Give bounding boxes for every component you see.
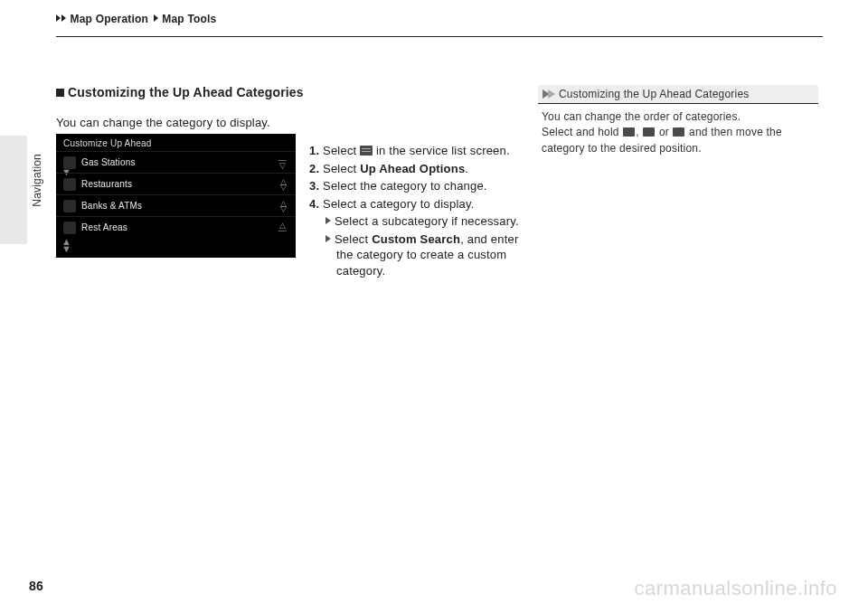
substep-keyword: Custom Search — [372, 232, 460, 246]
tip-text: or — [656, 126, 672, 138]
screenshot-title: Customize Up Ahead — [56, 134, 296, 151]
intro-text: You can change the category to display. — [56, 116, 270, 129]
substep-text: Select — [335, 232, 372, 246]
step-number: 3. — [309, 179, 319, 193]
step: 1. Select in the service list screen. — [309, 143, 526, 159]
chevron-right-icon — [61, 14, 66, 22]
list-item-label: Banks & ATMs — [81, 201, 142, 211]
grip-icon: △▽ — [280, 179, 287, 190]
list-item-label: Rest Areas — [81, 222, 127, 232]
grip-icon: △— — [278, 222, 287, 233]
heading-text: Customizing the Up Ahead Categories — [68, 85, 304, 99]
step-text: Select a category to display. — [323, 197, 474, 211]
scroll-down-icon: ▲▼ — [61, 238, 74, 252]
breadcrumb-item: Map Tools — [162, 13, 216, 25]
divider — [56, 36, 823, 37]
triangle-right-icon — [326, 235, 331, 242]
grip-icon — [623, 127, 635, 137]
tip-line: Select and hold , or and then move the c… — [542, 125, 815, 156]
chevron-right-icon — [56, 14, 61, 22]
bullet-square-icon — [56, 89, 64, 97]
step-text: Select — [323, 144, 360, 157]
triangle-right-icon — [326, 217, 331, 224]
step-number: 2. — [309, 162, 319, 175]
step-number: 1. — [309, 144, 319, 157]
tip-text: , — [636, 126, 642, 138]
list-item: Restaurants △▽ — [56, 173, 296, 194]
step: 3. Select the category to change. — [309, 178, 526, 194]
tip-line: You can change the order of categories. — [542, 109, 815, 125]
step: 2. Select Up Ahead Options. — [309, 161, 526, 177]
bank-icon — [63, 200, 76, 212]
section-tab — [0, 136, 27, 244]
tip-icon — [548, 90, 555, 99]
grip-icon: —▽ — [278, 157, 287, 168]
tip-card: Customizing the Up Ahead Categories You … — [538, 85, 818, 162]
page-number: 86 — [29, 579, 43, 593]
step-number: 4. — [309, 197, 319, 211]
list-item-label: Gas Stations — [81, 157, 136, 167]
restaurant-icon — [63, 178, 76, 191]
gas-station-icon — [63, 156, 76, 169]
step-keyword: Up Ahead Options — [360, 162, 465, 175]
list-item: Banks & ATMs △▽ — [56, 194, 296, 216]
step-text: . — [465, 162, 468, 175]
list-item-label: Restaurants — [81, 179, 132, 189]
list-item: Gas Stations —▽ — [56, 151, 296, 173]
tip-header: Customizing the Up Ahead Categories — [538, 85, 818, 103]
watermark: carmanualsonline.info — [634, 577, 837, 600]
grip-icon: △▽ — [280, 201, 287, 212]
menu-icon — [360, 146, 373, 156]
tip-body: You can change the order of categories. … — [538, 104, 818, 162]
breadcrumb-item: Map Operation — [71, 13, 149, 25]
step-text: in the service list screen. — [373, 144, 510, 157]
section-heading: Customizing the Up Ahead Categories — [56, 85, 304, 99]
chevron-right-icon — [154, 14, 158, 22]
device-screenshot: Customize Up Ahead ▲▼ Gas Stations —▽ Re… — [56, 134, 296, 258]
substep: Select Custom Search, and enter the cate… — [309, 231, 526, 279]
grip-icon — [673, 127, 684, 137]
tip-text: Select and hold — [542, 126, 622, 138]
rest-area-icon — [63, 222, 76, 234]
substep-text: Select a subcategory if necessary. — [335, 214, 519, 228]
step-text: Select — [323, 162, 360, 175]
step-text: Select the category to change. — [323, 179, 487, 193]
tip-title: Customizing the Up Ahead Categories — [559, 88, 749, 100]
step: 4. Select a category to display. — [309, 196, 526, 212]
grip-icon — [643, 127, 655, 137]
list-item: Rest Areas △— — [56, 216, 296, 238]
section-tab-label: Navigation — [31, 154, 43, 207]
substep: Select a subcategory if necessary. — [309, 213, 526, 230]
instruction-list: 1. Select in the service list screen. 2.… — [309, 143, 526, 280]
breadcrumb: Map Operation Map Tools — [56, 13, 217, 25]
